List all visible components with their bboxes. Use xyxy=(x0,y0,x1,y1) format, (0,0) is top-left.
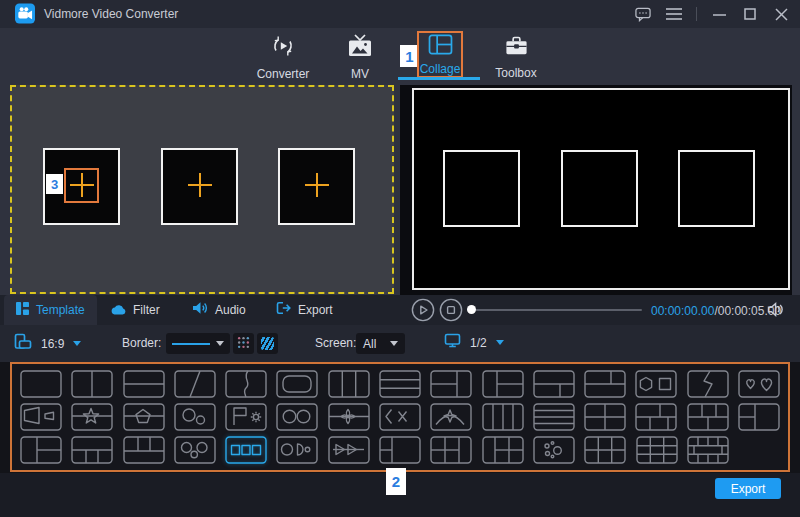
border-line-sample xyxy=(172,343,210,345)
collage-editor-canvas: 3 xyxy=(10,85,394,294)
template-tile-top3-bottom1[interactable] xyxy=(123,436,165,464)
play-icon[interactable] xyxy=(411,298,435,322)
template-tile-grid2x2-rightcol[interactable] xyxy=(430,436,472,464)
add-video-icon xyxy=(185,170,215,204)
panel-tab-filter[interactable]: Filter xyxy=(98,295,172,325)
template-tile-flag-gear[interactable] xyxy=(225,403,267,431)
chevron-down-icon xyxy=(496,340,504,345)
stop-icon[interactable] xyxy=(439,298,463,322)
collage-cell-add-2[interactable] xyxy=(161,148,238,225)
converter-icon xyxy=(270,33,296,63)
template-tile-grid-3x3[interactable] xyxy=(636,436,678,464)
callout-badge-3: 3 xyxy=(46,174,63,194)
collage-toolbar: 16:9 Border: Screen: All 1/2 xyxy=(0,325,800,362)
template-tile-leftcol-grid2x2[interactable] xyxy=(482,436,524,464)
template-tile-squares-3[interactable] xyxy=(225,436,267,464)
titlebar: Vidmore Video Converter xyxy=(0,0,800,28)
template-tile-grid-complex[interactable] xyxy=(687,436,729,464)
minimize-icon[interactable] xyxy=(710,5,728,23)
template-tile-grid-uneven-2[interactable] xyxy=(687,403,729,431)
template-page-dropdown[interactable]: 1/2 xyxy=(444,333,504,352)
chevron-down-icon xyxy=(390,341,398,346)
template-tile-left2col-right1[interactable] xyxy=(738,403,780,431)
export-button[interactable]: Export xyxy=(715,478,781,499)
chevron-down-icon xyxy=(73,341,81,346)
panel-tab-template[interactable]: Template xyxy=(4,295,97,325)
seek-slider-thumb[interactable] xyxy=(467,305,476,314)
screen-label: Screen: xyxy=(315,336,356,350)
callout-badge-2: 2 xyxy=(386,468,406,495)
template-tile-rounded-frame[interactable] xyxy=(276,370,318,398)
template-tile-split-diagonal[interactable] xyxy=(174,370,216,398)
maximize-icon[interactable] xyxy=(741,5,759,23)
template-tile-circles-big-small[interactable] xyxy=(174,403,216,431)
template-tile-hearts[interactable] xyxy=(738,370,780,398)
menu-icon[interactable] xyxy=(665,5,683,23)
template-tile-dots-scatter[interactable] xyxy=(533,436,575,464)
panel-tab-template-label: Template xyxy=(36,303,85,317)
border-color-button[interactable] xyxy=(233,333,254,354)
template-tile-circles-3[interactable] xyxy=(174,436,216,464)
border-pattern-button[interactable] xyxy=(257,333,278,354)
tab-toolbox[interactable]: Toolbox xyxy=(486,34,546,80)
template-tile-grid-uneven-1[interactable] xyxy=(635,403,677,431)
export-panel-icon xyxy=(276,301,291,319)
close-icon[interactable] xyxy=(772,5,790,23)
aspect-ratio-value: 16:9 xyxy=(41,337,64,351)
diagonal-stripes-icon xyxy=(261,337,274,350)
template-grid xyxy=(10,362,790,472)
template-tile-top2-bottom1[interactable] xyxy=(584,370,626,398)
template-tile-top1-bottom3[interactable] xyxy=(71,436,113,464)
bottom-bar: 2 Export xyxy=(0,473,800,517)
template-tile-hex-square[interactable] xyxy=(635,370,677,398)
template-tile-split-2h[interactable] xyxy=(123,370,165,398)
volume-icon[interactable] xyxy=(767,302,785,321)
preview-cell xyxy=(443,150,520,227)
template-tile-split-curve[interactable] xyxy=(225,370,267,398)
template-tile-arc-star[interactable] xyxy=(430,403,472,431)
aspect-ratio-dropdown[interactable]: 16:9 xyxy=(14,333,81,354)
template-tile-top1-bottom2[interactable] xyxy=(533,370,575,398)
border-style-dropdown[interactable] xyxy=(166,333,230,354)
preview-cell xyxy=(678,150,755,227)
time-display: 00:00:00.00/00:00:05.00 xyxy=(651,304,781,318)
color-dots-icon xyxy=(237,335,250,353)
template-tile-cols-3[interactable] xyxy=(328,370,370,398)
feedback-icon[interactable] xyxy=(634,5,652,23)
template-tile-zigzag[interactable] xyxy=(687,370,729,398)
template-tile-circle-half-dot[interactable] xyxy=(276,436,318,464)
tab-collage[interactable]: Collage xyxy=(417,31,463,78)
template-tile-grid-3x2[interactable] xyxy=(584,436,626,464)
tab-toolbox-label: Toolbox xyxy=(495,66,536,80)
template-tile-pentagon-line[interactable] xyxy=(123,403,165,431)
panel-tab-export-label: Export xyxy=(298,303,333,317)
template-tile-arrows[interactable] xyxy=(328,436,370,464)
template-tile-left2rows-right1[interactable] xyxy=(379,436,421,464)
panel-tab-export[interactable]: Export xyxy=(264,295,345,325)
collage-cell-add-3[interactable] xyxy=(278,148,355,225)
template-tile-left1-right2[interactable] xyxy=(482,370,524,398)
template-tile-left1-right2rows[interactable] xyxy=(20,436,62,464)
titlebar-separator xyxy=(696,7,697,21)
panel-tab-audio[interactable]: Audio xyxy=(180,295,258,325)
screen-dropdown[interactable]: All xyxy=(356,333,405,354)
tab-collage-label: Collage xyxy=(420,62,461,76)
template-tile-circles-pair[interactable] xyxy=(276,403,318,431)
template-tile-grid-2x2[interactable] xyxy=(584,403,626,431)
template-tile-single[interactable] xyxy=(20,370,62,398)
template-tile-left2-right1[interactable] xyxy=(430,370,472,398)
tab-mv[interactable]: MV xyxy=(330,34,390,81)
audio-icon xyxy=(192,301,208,319)
template-tile-star-line[interactable] xyxy=(71,403,113,431)
template-tile-clover-line[interactable] xyxy=(328,403,370,431)
tab-converter[interactable]: Converter xyxy=(248,33,318,81)
template-row-1 xyxy=(20,370,780,398)
template-tile-split-2v[interactable] xyxy=(71,370,113,398)
template-tile-rows-3[interactable] xyxy=(379,370,421,398)
template-tile-cols-4[interactable] xyxy=(482,403,524,431)
template-tile-rows-4[interactable] xyxy=(533,403,575,431)
template-tile-cross-bracket[interactable] xyxy=(379,403,421,431)
seek-slider[interactable] xyxy=(475,309,642,311)
template-tile-trapezoids[interactable] xyxy=(20,403,62,431)
collage-cell-add-1[interactable]: 3 xyxy=(43,148,120,225)
